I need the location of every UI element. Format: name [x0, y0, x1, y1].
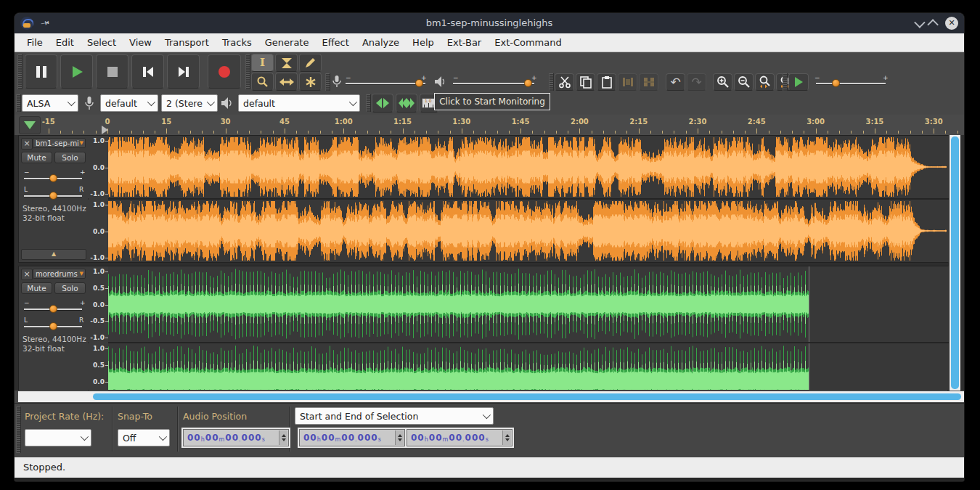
track-1-ch1-waveform[interactable]: [108, 136, 949, 198]
audio-host-dropdown[interactable]: ALSA: [22, 94, 78, 112]
track-2-name-menu[interactable]: moredrums▼: [33, 269, 86, 279]
audio-position-field[interactable]: 00h00m00.000s: [183, 429, 289, 446]
menu-item-view[interactable]: View: [123, 33, 158, 52]
envelope-tool-button[interactable]: [275, 54, 298, 72]
menu-item-select[interactable]: Select: [81, 33, 123, 52]
track-2-pan-knob[interactable]: [49, 322, 57, 330]
recording-volume-slider[interactable]: [346, 83, 425, 84]
playhead-marker[interactable]: [102, 126, 108, 134]
maximize-icon[interactable]: [927, 19, 939, 30]
title-bar[interactable]: 📌︎ bm1-sep-minussinglehighs ✕: [15, 13, 964, 33]
play-button[interactable]: [60, 54, 93, 89]
monitoring-tooltip[interactable]: Click to Start Monitoring: [434, 93, 550, 110]
silence-audio-button[interactable]: [639, 73, 658, 91]
play-speed-slider[interactable]: [816, 83, 886, 84]
menu-item-transport[interactable]: Transport: [158, 33, 216, 52]
track-1-mute-button[interactable]: Mute: [21, 152, 52, 163]
pause-button[interactable]: [25, 54, 57, 89]
timeline-scale[interactable]: -1501530451:001:151:301:452:002:152:302:…: [41, 115, 964, 134]
selection-mode-dropdown[interactable]: Start and End of Selection: [295, 407, 494, 425]
menu-item-edit[interactable]: Edit: [49, 33, 81, 52]
track-2-pan-slider[interactable]: [24, 326, 82, 327]
selection-grip[interactable]: [16, 407, 21, 453]
track-1-ch2-vertical-ruler[interactable]: 1.00.0-1.0: [88, 200, 109, 262]
playback-device-dropdown[interactable]: default: [238, 94, 360, 112]
track-1-ch2-waveform[interactable]: [108, 200, 949, 262]
vertical-scrollbar-thumb[interactable]: [951, 136, 959, 389]
seek-button[interactable]: [396, 94, 417, 113]
track-2-ch2-vertical-ruler[interactable]: 1.00.50.0-0.5-1.0: [88, 343, 109, 390]
track-2-gain-slider[interactable]: [24, 309, 82, 310]
play-at-speed-button[interactable]: [788, 73, 809, 91]
horizontal-scrollbar[interactable]: [18, 391, 964, 402]
draw-tool-button[interactable]: [299, 54, 322, 72]
record-button[interactable]: [208, 54, 241, 89]
menu-item-ext-command[interactable]: Ext-Command: [488, 33, 568, 52]
recording-channels-dropdown[interactable]: 2 (Stere: [161, 94, 218, 112]
selection-start-field[interactable]: 00h00m00.000s: [299, 429, 405, 446]
track-1-gain-slider[interactable]: [24, 178, 82, 179]
zoom-selection-button[interactable]: [755, 73, 775, 91]
cut-button[interactable]: [555, 73, 574, 91]
play-speed-knob[interactable]: [832, 79, 840, 87]
menu-item-tracks[interactable]: Tracks: [216, 33, 258, 52]
track-2-solo-button[interactable]: Solo: [54, 282, 86, 294]
copy-button[interactable]: [576, 73, 595, 91]
skip-to-end-button[interactable]: [167, 54, 200, 89]
menu-item-analyze[interactable]: Analyze: [356, 33, 406, 52]
paste-button[interactable]: [597, 73, 616, 91]
speed-grip[interactable]: [783, 73, 788, 91]
playback-volume-knob[interactable]: [524, 79, 532, 87]
mixer-grip[interactable]: [325, 73, 330, 91]
spinner[interactable]: [279, 430, 287, 445]
trim-audio-button[interactable]: [618, 73, 637, 91]
horizontal-scrollbar-thumb[interactable]: [93, 393, 961, 400]
track-2-mute-button[interactable]: Mute: [21, 282, 52, 294]
snap-to-dropdown[interactable]: Off: [118, 429, 170, 446]
zoom-in-button[interactable]: [713, 73, 732, 91]
zoom-tool-button[interactable]: [251, 73, 274, 91]
menu-item-help[interactable]: Help: [406, 33, 441, 52]
edit-grip[interactable]: [549, 73, 554, 91]
menu-item-effect[interactable]: Effect: [315, 33, 355, 52]
undo-button[interactable]: ↶: [666, 73, 685, 91]
timeshift-tool-button[interactable]: [275, 73, 298, 91]
scrub-button[interactable]: [372, 94, 393, 113]
track-1-pan-knob[interactable]: [49, 192, 57, 200]
timeline-ruler[interactable]: -1501530451:001:151:301:452:002:152:302:…: [15, 115, 964, 136]
vertical-scrollbar[interactable]: [950, 135, 960, 391]
track-2-close-button[interactable]: ×: [21, 269, 33, 280]
recording-device-dropdown[interactable]: default: [100, 94, 158, 112]
track-1-collapse-button[interactable]: ▲: [21, 249, 86, 260]
menu-item-ext-bar[interactable]: Ext-Bar: [441, 33, 488, 52]
menu-item-file[interactable]: File: [20, 33, 49, 52]
skip-to-start-button[interactable]: [131, 54, 164, 89]
track-2-gain-knob[interactable]: [49, 305, 57, 313]
project-rate-dropdown[interactable]: [25, 429, 91, 446]
selection-tool-button[interactable]: I: [251, 54, 274, 72]
transport-grip[interactable]: [17, 54, 23, 89]
track-1-name-menu[interactable]: bm1-sep-mi▼: [33, 138, 86, 148]
track-1-solo-button[interactable]: Solo: [54, 152, 86, 163]
minimize-icon[interactable]: [914, 17, 926, 28]
recording-volume-knob[interactable]: [415, 79, 423, 87]
spinner[interactable]: [502, 430, 511, 445]
playback-volume-slider[interactable]: [453, 83, 534, 84]
zoom-out-button[interactable]: [734, 73, 754, 91]
track-2-ch1-waveform[interactable]: [108, 266, 949, 342]
multi-tool-button[interactable]: [299, 73, 322, 91]
track-1-ch1-vertical-ruler[interactable]: 1.00.0-1.0: [88, 136, 109, 198]
track-1-pan-slider[interactable]: [24, 195, 82, 197]
menu-item-generate[interactable]: Generate: [258, 33, 316, 52]
device-grip[interactable]: [16, 94, 21, 112]
tools-grip[interactable]: [245, 54, 250, 89]
stop-button[interactable]: [96, 54, 128, 89]
scrub-grip[interactable]: [366, 94, 371, 112]
selection-end-field[interactable]: 00h00m00.000s: [407, 429, 513, 446]
close-icon[interactable]: ✕: [945, 17, 958, 30]
track-2-ch1-vertical-ruler[interactable]: 1.00.50.0-0.5-1.0: [88, 266, 109, 342]
track-1-close-button[interactable]: ×: [21, 138, 33, 150]
spinner[interactable]: [395, 430, 404, 445]
track-2-ch2-waveform[interactable]: [108, 343, 949, 390]
track-1-gain-knob[interactable]: [49, 174, 57, 182]
